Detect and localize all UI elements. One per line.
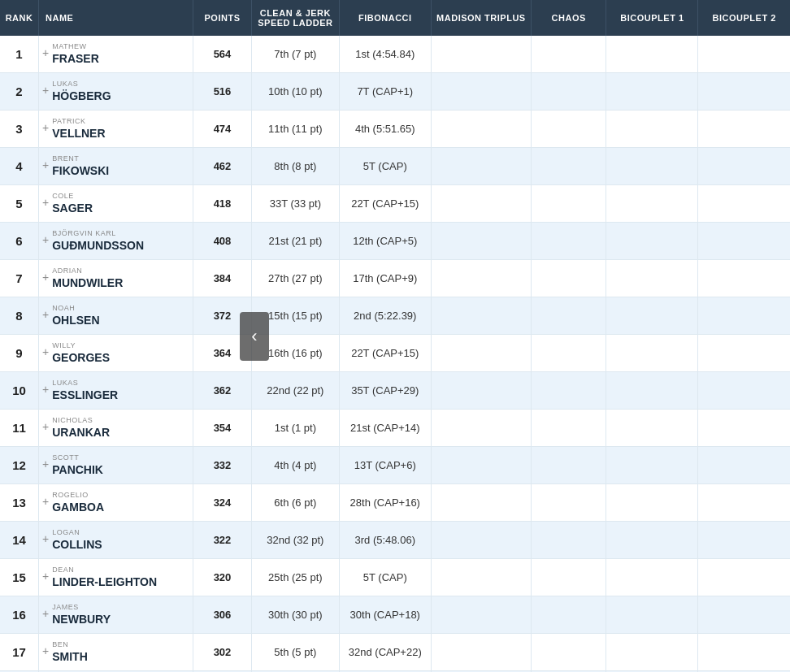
carousel-prev-button[interactable]: ‹	[240, 312, 269, 361]
expand-button[interactable]: +	[42, 158, 49, 171]
madison-cell	[431, 521, 531, 558]
fibonacci-cell: 28th (CAP+16)	[339, 483, 431, 521]
points-cell: 332	[193, 446, 252, 483]
name-cell: +LUKASESSLINGER	[39, 371, 193, 409]
name-cell: +DEANLINDER-LEIGHTON	[39, 558, 193, 596]
expand-button[interactable]: +	[42, 196, 49, 209]
expand-button[interactable]: +	[42, 308, 49, 321]
rank-cell: 3	[0, 110, 39, 147]
athlete-name: COLLINS	[52, 537, 102, 552]
bicouplet1-cell	[606, 36, 698, 72]
rank-cell: 14	[0, 521, 39, 558]
clean-jerk-cell: 21st (21 pt)	[251, 222, 339, 259]
bicouplet2-cell	[698, 371, 790, 409]
chaos-cell	[532, 446, 606, 483]
points-cell: 306	[193, 596, 252, 633]
madison-cell	[431, 596, 531, 633]
athlete-label: MATHEW	[52, 42, 99, 51]
bicouplet1-cell	[606, 72, 698, 110]
athlete-name: HÖGBERG	[52, 89, 111, 103]
clean-jerk-cell: 8th (8 pt)	[251, 147, 339, 184]
madison-cell	[431, 36, 531, 72]
bicouplet2-cell	[698, 446, 790, 483]
chaos-cell	[532, 334, 606, 371]
madison-cell	[431, 371, 531, 409]
athlete-label: LUKAS	[52, 80, 111, 89]
madison-cell	[431, 147, 531, 184]
rank-cell: 9	[0, 334, 39, 371]
points-cell: 474	[193, 110, 252, 147]
expand-button[interactable]: +	[42, 46, 49, 59]
expand-button[interactable]: +	[42, 570, 49, 583]
fibonacci-cell: 5T (CAP)	[339, 147, 431, 184]
athlete-label: ROGELIO	[52, 491, 104, 500]
table-row: 5+COLESAGER41833T (33 pt)22T (CAP+15)	[0, 184, 790, 222]
expand-button[interactable]: +	[42, 644, 49, 657]
points-cell: 362	[193, 371, 252, 409]
rank-cell: 2	[0, 72, 39, 110]
fibonacci-cell: 30th (CAP+18)	[339, 596, 431, 633]
bicouplet2-cell	[698, 259, 790, 297]
bicouplet1-cell	[606, 334, 698, 371]
fibonacci-cell: 32nd (CAP+22)	[339, 633, 431, 670]
athlete-name: VELLNER	[52, 126, 105, 141]
chaos-cell	[532, 558, 606, 596]
bicouplet2-cell	[698, 297, 790, 334]
expand-button[interactable]: +	[42, 383, 49, 396]
expand-button[interactable]: +	[42, 457, 49, 470]
points-cell: 354	[193, 409, 252, 446]
rank-cell: 4	[0, 147, 39, 184]
points-cell: 564	[193, 36, 252, 72]
rank-cell: 10	[0, 371, 39, 409]
expand-button[interactable]: +	[42, 420, 49, 433]
expand-button[interactable]: +	[42, 121, 49, 134]
table-row: 15+DEANLINDER-LEIGHTON32025th (25 pt)5T …	[0, 558, 790, 596]
expand-button[interactable]: +	[42, 233, 49, 246]
athlete-label: DEAN	[52, 566, 157, 574]
clean-jerk-cell: 10th (10 pt)	[251, 72, 339, 110]
points-cell: 462	[193, 147, 252, 184]
bicouplet1-cell	[606, 633, 698, 670]
expand-button[interactable]: +	[42, 607, 49, 620]
bicouplet2-cell	[698, 147, 790, 184]
expand-button[interactable]: +	[42, 271, 49, 284]
chaos-header: CHAOS	[532, 0, 606, 36]
bicouplet2-header: BICOUPLET 2	[698, 0, 790, 36]
clean-jerk-cell: 33T (33 pt)	[251, 184, 339, 222]
clean-jerk-cell: 4th (4 pt)	[251, 446, 339, 483]
fibonacci-cell: 2nd (5:22.39)	[339, 297, 431, 334]
clean-jerk-cell: 6th (6 pt)	[251, 483, 339, 521]
bicouplet1-cell	[606, 259, 698, 297]
bicouplet1-cell	[606, 184, 698, 222]
madison-header: MADISON TRIPLUS	[431, 0, 531, 36]
fibonacci-cell: 4th (5:51.65)	[339, 110, 431, 147]
name-cell: +LOGANCOLLINS	[39, 521, 193, 558]
bicouplet2-cell	[698, 222, 790, 259]
athlete-name: GAMBOA	[52, 500, 104, 514]
name-cell: +COLESAGER	[39, 184, 193, 222]
expand-button[interactable]: +	[42, 345, 49, 358]
table-row: 3+PATRICKVELLNER47411th (11 pt)4th (5:51…	[0, 110, 790, 147]
clean-jerk-cell: 5th (5 pt)	[251, 633, 339, 670]
table-row: 11+NICHOLASURANKAR3541st (1 pt)21st (CAP…	[0, 409, 790, 446]
bicouplet1-cell	[606, 596, 698, 633]
rank-cell: 16	[0, 596, 39, 633]
points-cell: 408	[193, 222, 252, 259]
expand-button[interactable]: +	[42, 532, 49, 545]
madison-cell	[431, 110, 531, 147]
chaos-cell	[532, 409, 606, 446]
table-row: 10+LUKASESSLINGER36222nd (22 pt)35T (CAP…	[0, 371, 790, 409]
table-row: 7+ADRIANMUNDWILER38427th (27 pt)17th (CA…	[0, 259, 790, 297]
chaos-cell	[532, 633, 606, 670]
madison-cell	[431, 409, 531, 446]
fibonacci-cell: 12th (CAP+5)	[339, 222, 431, 259]
expand-button[interactable]: +	[42, 84, 49, 97]
table-row: 1+MATHEWFRASER5647th (7 pt)1st (4:54.84)	[0, 36, 790, 72]
bicouplet2-cell	[698, 110, 790, 147]
name-cell: +BRENTFIKOWSKI	[39, 147, 193, 184]
bicouplet2-cell	[698, 521, 790, 558]
fibonacci-cell: 22T (CAP+15)	[339, 184, 431, 222]
expand-button[interactable]: +	[42, 495, 49, 508]
athlete-name: FIKOWSKI	[52, 163, 109, 178]
fibonacci-cell: 3rd (5:48.06)	[339, 521, 431, 558]
